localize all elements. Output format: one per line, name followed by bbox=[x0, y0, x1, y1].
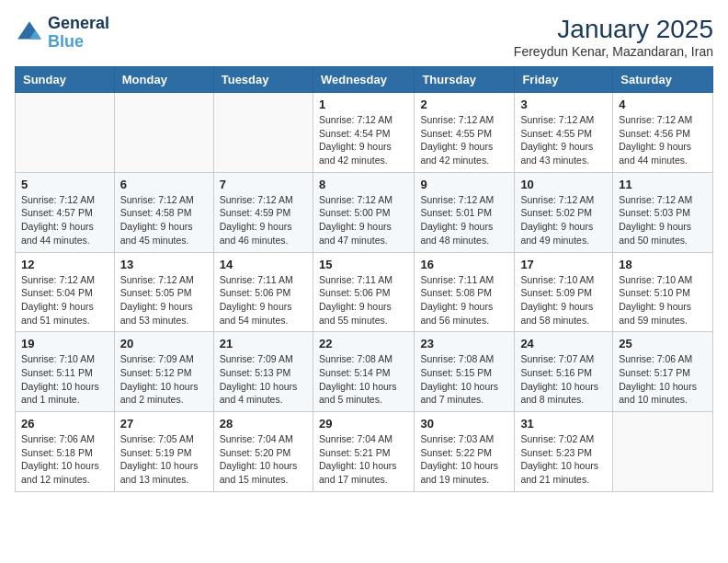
day-number: 2 bbox=[420, 98, 508, 111]
day-number: 10 bbox=[520, 178, 607, 191]
day-number: 23 bbox=[420, 337, 508, 350]
calendar-cell: 11Sunrise: 7:12 AM Sunset: 5:03 PM Dayli… bbox=[613, 172, 713, 252]
day-detail: Sunrise: 7:12 AM Sunset: 4:58 PM Dayligh… bbox=[120, 193, 208, 247]
day-number: 15 bbox=[319, 258, 408, 271]
calendar-cell: 1Sunrise: 7:12 AM Sunset: 4:54 PM Daylig… bbox=[313, 93, 414, 173]
logo: General Blue bbox=[15, 15, 109, 52]
calendar-cell: 7Sunrise: 7:12 AM Sunset: 4:59 PM Daylig… bbox=[213, 172, 313, 252]
day-detail: Sunrise: 7:12 AM Sunset: 4:54 PM Dayligh… bbox=[319, 113, 408, 167]
calendar-cell: 2Sunrise: 7:12 AM Sunset: 4:55 PM Daylig… bbox=[415, 93, 515, 173]
day-number: 8 bbox=[319, 178, 408, 191]
day-number: 31 bbox=[520, 417, 607, 431]
weekday-header-saturday: Saturday bbox=[613, 67, 713, 93]
day-detail: Sunrise: 7:10 AM Sunset: 5:09 PM Dayligh… bbox=[520, 273, 607, 327]
day-number: 21 bbox=[220, 337, 307, 350]
calendar-cell: 19Sunrise: 7:10 AM Sunset: 5:11 PM Dayli… bbox=[16, 332, 115, 412]
calendar-cell: 28Sunrise: 7:04 AM Sunset: 5:20 PM Dayli… bbox=[213, 412, 313, 492]
calendar-cell: 14Sunrise: 7:11 AM Sunset: 5:06 PM Dayli… bbox=[213, 252, 313, 332]
calendar-cell: 30Sunrise: 7:03 AM Sunset: 5:22 PM Dayli… bbox=[415, 412, 515, 492]
calendar-week-3: 12Sunrise: 7:12 AM Sunset: 5:04 PM Dayli… bbox=[16, 252, 713, 332]
day-number: 13 bbox=[120, 258, 208, 271]
weekday-header-thursday: Thursday bbox=[415, 67, 515, 93]
calendar-cell: 17Sunrise: 7:10 AM Sunset: 5:09 PM Dayli… bbox=[515, 252, 613, 332]
weekday-header-tuesday: Tuesday bbox=[213, 67, 313, 93]
day-detail: Sunrise: 7:03 AM Sunset: 5:22 PM Dayligh… bbox=[420, 432, 508, 487]
day-number: 27 bbox=[120, 417, 208, 431]
day-number: 20 bbox=[120, 337, 208, 350]
day-detail: Sunrise: 7:12 AM Sunset: 4:55 PM Dayligh… bbox=[520, 113, 607, 167]
calendar-week-5: 26Sunrise: 7:06 AM Sunset: 5:18 PM Dayli… bbox=[16, 412, 713, 492]
calendar-week-4: 19Sunrise: 7:10 AM Sunset: 5:11 PM Dayli… bbox=[16, 332, 713, 412]
calendar-cell: 22Sunrise: 7:08 AM Sunset: 5:14 PM Dayli… bbox=[313, 332, 414, 412]
calendar-cell: 13Sunrise: 7:12 AM Sunset: 5:05 PM Dayli… bbox=[114, 252, 213, 332]
day-number: 7 bbox=[220, 178, 307, 191]
day-number: 16 bbox=[420, 258, 508, 271]
day-detail: Sunrise: 7:12 AM Sunset: 5:03 PM Dayligh… bbox=[619, 193, 707, 247]
day-number: 5 bbox=[21, 178, 108, 191]
logo-line2: Blue bbox=[48, 32, 84, 51]
day-detail: Sunrise: 7:12 AM Sunset: 4:57 PM Dayligh… bbox=[21, 193, 108, 247]
calendar-cell bbox=[16, 93, 115, 173]
calendar-cell: 12Sunrise: 7:12 AM Sunset: 5:04 PM Dayli… bbox=[16, 252, 115, 332]
weekday-header-monday: Monday bbox=[114, 67, 213, 93]
day-number: 6 bbox=[120, 178, 208, 191]
day-number: 17 bbox=[520, 258, 607, 271]
calendar-table: SundayMondayTuesdayWednesdayThursdayFrid… bbox=[15, 66, 713, 492]
day-detail: Sunrise: 7:06 AM Sunset: 5:17 PM Dayligh… bbox=[619, 352, 707, 407]
day-number: 19 bbox=[21, 337, 108, 350]
day-number: 25 bbox=[619, 337, 707, 350]
calendar-week-2: 5Sunrise: 7:12 AM Sunset: 4:57 PM Daylig… bbox=[16, 172, 713, 252]
calendar-cell: 23Sunrise: 7:08 AM Sunset: 5:15 PM Dayli… bbox=[415, 332, 515, 412]
day-detail: Sunrise: 7:12 AM Sunset: 4:59 PM Dayligh… bbox=[220, 193, 307, 247]
day-number: 22 bbox=[319, 337, 408, 350]
day-number: 11 bbox=[619, 178, 707, 191]
day-detail: Sunrise: 7:12 AM Sunset: 4:56 PM Dayligh… bbox=[619, 113, 707, 167]
day-number: 1 bbox=[319, 98, 408, 111]
day-number: 14 bbox=[220, 258, 307, 271]
calendar-week-1: 1Sunrise: 7:12 AM Sunset: 4:54 PM Daylig… bbox=[16, 93, 713, 173]
location: Fereydun Kenar, Mazandaran, Iran bbox=[514, 44, 713, 59]
day-number: 3 bbox=[520, 98, 607, 111]
calendar-cell: 9Sunrise: 7:12 AM Sunset: 5:01 PM Daylig… bbox=[415, 172, 515, 252]
day-detail: Sunrise: 7:04 AM Sunset: 5:21 PM Dayligh… bbox=[319, 432, 408, 487]
weekday-header-friday: Friday bbox=[515, 67, 613, 93]
day-detail: Sunrise: 7:06 AM Sunset: 5:18 PM Dayligh… bbox=[21, 432, 108, 487]
day-detail: Sunrise: 7:12 AM Sunset: 5:00 PM Dayligh… bbox=[319, 193, 408, 247]
calendar-cell: 18Sunrise: 7:10 AM Sunset: 5:10 PM Dayli… bbox=[613, 252, 713, 332]
day-number: 12 bbox=[21, 258, 108, 271]
day-detail: Sunrise: 7:04 AM Sunset: 5:20 PM Dayligh… bbox=[220, 432, 307, 487]
calendar-cell: 4Sunrise: 7:12 AM Sunset: 4:56 PM Daylig… bbox=[613, 93, 713, 173]
calendar-cell: 3Sunrise: 7:12 AM Sunset: 4:55 PM Daylig… bbox=[515, 93, 613, 173]
day-detail: Sunrise: 7:12 AM Sunset: 5:05 PM Dayligh… bbox=[120, 273, 208, 327]
calendar-cell bbox=[613, 412, 713, 492]
logo-icon bbox=[15, 18, 44, 48]
day-detail: Sunrise: 7:08 AM Sunset: 5:15 PM Dayligh… bbox=[420, 352, 508, 407]
day-detail: Sunrise: 7:08 AM Sunset: 5:14 PM Dayligh… bbox=[319, 352, 408, 407]
calendar-cell: 5Sunrise: 7:12 AM Sunset: 4:57 PM Daylig… bbox=[16, 172, 115, 252]
day-detail: Sunrise: 7:02 AM Sunset: 5:23 PM Dayligh… bbox=[520, 432, 607, 487]
page-header: General Blue January 2025 Fereydun Kenar… bbox=[15, 15, 713, 59]
day-detail: Sunrise: 7:07 AM Sunset: 5:16 PM Dayligh… bbox=[520, 352, 607, 407]
day-number: 28 bbox=[220, 417, 307, 431]
day-number: 24 bbox=[520, 337, 607, 350]
weekday-header-wednesday: Wednesday bbox=[313, 67, 414, 93]
weekday-header-row: SundayMondayTuesdayWednesdayThursdayFrid… bbox=[16, 67, 713, 93]
day-detail: Sunrise: 7:12 AM Sunset: 5:04 PM Dayligh… bbox=[21, 273, 108, 327]
calendar-cell bbox=[114, 93, 213, 173]
month-year: January 2025 bbox=[514, 15, 713, 44]
day-detail: Sunrise: 7:12 AM Sunset: 4:55 PM Dayligh… bbox=[420, 113, 508, 167]
day-detail: Sunrise: 7:11 AM Sunset: 5:06 PM Dayligh… bbox=[319, 273, 408, 327]
calendar-cell: 25Sunrise: 7:06 AM Sunset: 5:17 PM Dayli… bbox=[613, 332, 713, 412]
day-detail: Sunrise: 7:11 AM Sunset: 5:06 PM Dayligh… bbox=[220, 273, 307, 327]
logo-text: General Blue bbox=[48, 15, 109, 52]
day-number: 29 bbox=[319, 417, 408, 431]
calendar-cell: 10Sunrise: 7:12 AM Sunset: 5:02 PM Dayli… bbox=[515, 172, 613, 252]
day-detail: Sunrise: 7:12 AM Sunset: 5:02 PM Dayligh… bbox=[520, 193, 607, 247]
day-detail: Sunrise: 7:10 AM Sunset: 5:10 PM Dayligh… bbox=[619, 273, 707, 327]
calendar-cell: 8Sunrise: 7:12 AM Sunset: 5:00 PM Daylig… bbox=[313, 172, 414, 252]
calendar-cell: 24Sunrise: 7:07 AM Sunset: 5:16 PM Dayli… bbox=[515, 332, 613, 412]
calendar-cell: 27Sunrise: 7:05 AM Sunset: 5:19 PM Dayli… bbox=[114, 412, 213, 492]
day-number: 18 bbox=[619, 258, 707, 271]
calendar-cell: 31Sunrise: 7:02 AM Sunset: 5:23 PM Dayli… bbox=[515, 412, 613, 492]
calendar-cell: 26Sunrise: 7:06 AM Sunset: 5:18 PM Dayli… bbox=[16, 412, 115, 492]
